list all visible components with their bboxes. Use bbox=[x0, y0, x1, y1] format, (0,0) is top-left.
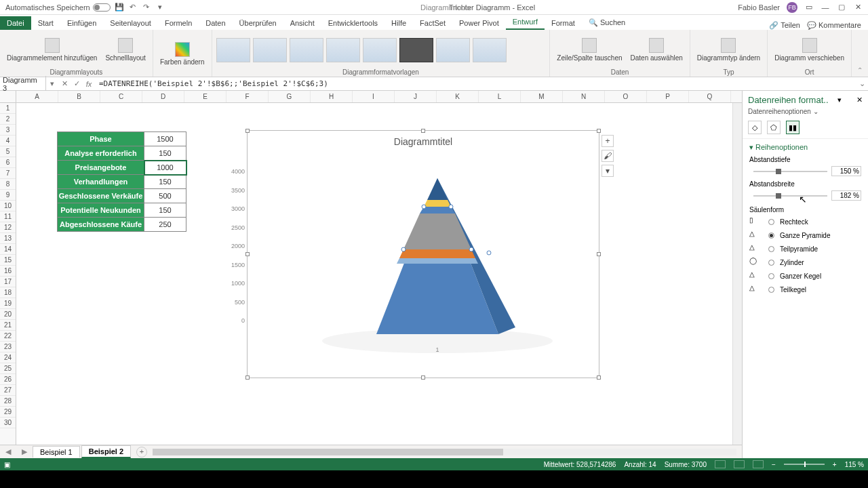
row-header[interactable]: 16 bbox=[0, 266, 16, 277]
share-button[interactable]: 🔗 Teilen bbox=[769, 21, 800, 30]
table-cell[interactable]: Geschlossene Verkäufe bbox=[58, 189, 144, 203]
formula-input[interactable]: =DATENREIHE('Beispiel 2'!$B$6;;'Beispiel… bbox=[95, 79, 856, 88]
row-header[interactable]: 3 bbox=[0, 125, 16, 136]
tab-help[interactable]: Hilfe bbox=[384, 16, 413, 30]
shape-option-partial-pyramid[interactable]: △Teilpyramide bbox=[749, 243, 861, 254]
pane-close-icon[interactable]: ✕ bbox=[856, 96, 863, 104]
tab-format[interactable]: Format bbox=[545, 16, 582, 30]
row-header[interactable]: 30 bbox=[0, 418, 16, 428]
enter-formula-icon[interactable]: ✓ bbox=[71, 79, 83, 88]
tab-review[interactable]: Überprüfen bbox=[233, 16, 283, 30]
zoom-out-icon[interactable]: − bbox=[772, 461, 776, 468]
tab-file[interactable]: Datei bbox=[0, 16, 31, 30]
redo-icon[interactable]: ↷ bbox=[142, 3, 151, 12]
tab-factset[interactable]: FactSet bbox=[413, 16, 452, 30]
tab-formulas[interactable]: Formeln bbox=[158, 16, 199, 30]
row-header[interactable]: 7 bbox=[0, 168, 16, 179]
select-data-button[interactable]: Daten auswählen bbox=[628, 37, 686, 63]
fx-icon[interactable]: fx bbox=[83, 80, 95, 88]
gap-width-slider[interactable] bbox=[753, 195, 827, 197]
table-cell[interactable]: 150 bbox=[144, 175, 186, 189]
row-header[interactable]: 18 bbox=[0, 287, 16, 298]
chart-style-7[interactable] bbox=[436, 38, 470, 62]
col-header[interactable]: J bbox=[395, 91, 437, 102]
row-header[interactable]: 20 bbox=[0, 309, 16, 320]
search-box[interactable]: 🔍 Suchen bbox=[582, 16, 632, 30]
sheet-nav-prev-icon[interactable]: ◀ bbox=[0, 447, 16, 456]
shape-option-partial-cone[interactable]: △Teilkegel bbox=[749, 284, 861, 295]
chart-title[interactable]: Diagrammtitel bbox=[248, 136, 599, 147]
table-cell[interactable]: Verhandlungen bbox=[58, 175, 144, 189]
maximize-icon[interactable]: ▢ bbox=[837, 3, 846, 12]
gap-depth-input[interactable] bbox=[831, 166, 861, 176]
tab-pagelayout[interactable]: Seitenlayout bbox=[103, 16, 158, 30]
tab-design[interactable]: Entwurf bbox=[506, 15, 545, 30]
col-header[interactable]: Q bbox=[689, 91, 731, 102]
col-header[interactable]: L bbox=[479, 91, 521, 102]
horizontal-scrollbar[interactable] bbox=[153, 449, 736, 455]
table-cell[interactable]: Potentielle Neukunden bbox=[58, 203, 144, 218]
shape-option-full-pyramid[interactable]: △Ganze Pyramide bbox=[749, 230, 861, 241]
row-header[interactable]: 24 bbox=[0, 352, 16, 363]
chart-style-5[interactable] bbox=[363, 38, 397, 62]
table-cell-selected[interactable]: 1000 bbox=[144, 161, 186, 175]
tab-data[interactable]: Daten bbox=[199, 16, 232, 30]
row-header[interactable]: 28 bbox=[0, 396, 16, 407]
row-header[interactable]: 22 bbox=[0, 331, 16, 342]
add-sheet-button[interactable]: + bbox=[136, 447, 147, 458]
table-cell[interactable]: 1500 bbox=[144, 132, 186, 146]
chart-style-1[interactable] bbox=[216, 38, 250, 62]
namebox-dropdown-icon[interactable]: ▾ bbox=[46, 79, 58, 88]
chart-style-3[interactable] bbox=[290, 38, 323, 62]
table-cell[interactable]: Preisangebote bbox=[58, 161, 144, 175]
row-header[interactable]: 19 bbox=[0, 298, 16, 309]
sheet-tab-active[interactable]: Beispiel 2 bbox=[81, 445, 131, 458]
chart-elements-button[interactable]: + bbox=[601, 135, 614, 147]
chart-styles-button[interactable]: 🖌 bbox=[601, 150, 614, 162]
col-header[interactable]: G bbox=[269, 91, 311, 102]
undo-icon[interactable]: ↶ bbox=[128, 3, 138, 12]
table-cell[interactable]: Abgeschlossene Käufe bbox=[58, 218, 144, 232]
shape-option-cylinder[interactable]: ◯Zylinder bbox=[749, 257, 861, 268]
row-header[interactable]: 14 bbox=[0, 244, 16, 255]
row-header[interactable]: 21 bbox=[0, 320, 16, 331]
row-header[interactable]: 26 bbox=[0, 374, 16, 385]
gap-depth-slider[interactable] bbox=[753, 171, 827, 172]
name-box[interactable]: Diagramm 3 bbox=[0, 76, 46, 92]
row-header[interactable]: 11 bbox=[0, 211, 16, 222]
zoom-in-icon[interactable]: + bbox=[833, 461, 837, 468]
table-cell[interactable]: 150 bbox=[144, 146, 186, 161]
gap-width-input[interactable] bbox=[831, 190, 861, 201]
col-header[interactable]: M bbox=[521, 91, 563, 102]
row-header[interactable]: 17 bbox=[0, 277, 16, 287]
quick-layout-button[interactable]: Schnelllayout bbox=[102, 37, 148, 63]
row-header[interactable]: 5 bbox=[0, 146, 16, 157]
pane-subtitle[interactable]: Datenreihenoptionen ⌄ bbox=[743, 106, 868, 117]
col-header[interactable]: A bbox=[16, 91, 58, 102]
col-header[interactable]: E bbox=[184, 91, 226, 102]
tab-powerpivot[interactable]: Power Pivot bbox=[452, 16, 506, 30]
col-header[interactable]: F bbox=[226, 91, 269, 102]
row-header[interactable]: 10 bbox=[0, 201, 16, 211]
table-cell[interactable]: Analyse erforderlich bbox=[58, 146, 144, 161]
cancel-formula-icon[interactable]: ✕ bbox=[58, 79, 71, 88]
view-normal-icon[interactable] bbox=[715, 460, 726, 468]
series-options-tab-icon[interactable]: ▮▮ bbox=[786, 121, 800, 134]
close-icon[interactable]: ✕ bbox=[853, 3, 863, 12]
select-all-corner[interactable] bbox=[0, 91, 16, 102]
ribbon-mode-icon[interactable]: ▭ bbox=[804, 3, 814, 12]
pane-dropdown-icon[interactable]: ▾ bbox=[837, 96, 842, 104]
tab-start[interactable]: Start bbox=[31, 16, 60, 30]
chart-object[interactable]: Diagrammtitel 4000 3500 3000 2500 2000 1… bbox=[247, 130, 599, 378]
user-avatar[interactable]: FB bbox=[787, 2, 797, 13]
row-header[interactable]: 2 bbox=[0, 114, 16, 125]
zoom-slider[interactable] bbox=[784, 464, 825, 465]
row-header[interactable]: 13 bbox=[0, 233, 16, 244]
fill-line-tab-icon[interactable]: ◇ bbox=[748, 121, 762, 134]
change-colors-button[interactable]: Farben ändern bbox=[157, 41, 208, 67]
col-header[interactable]: I bbox=[353, 91, 395, 102]
table-cell[interactable]: 150 bbox=[144, 203, 186, 218]
chart-style-2[interactable] bbox=[253, 38, 287, 62]
change-chart-type-button[interactable]: Diagrammtyp ändern bbox=[694, 37, 763, 63]
table-cell[interactable]: 500 bbox=[144, 189, 186, 203]
